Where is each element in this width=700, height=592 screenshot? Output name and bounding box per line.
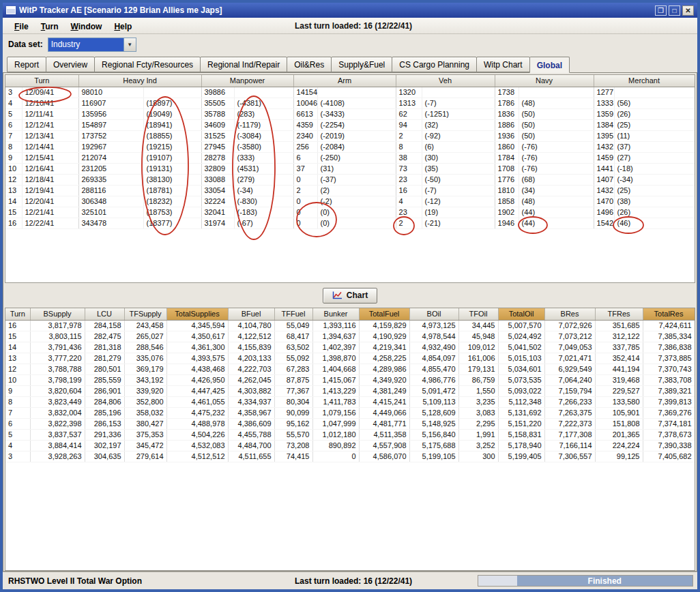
column-header-heavy-ind[interactable]: Heavy Ind: [78, 75, 201, 87]
chart-button[interactable]: Chart: [323, 288, 377, 304]
table-row[interactable]: 412/10/41116907(18897)35505(-4381)10046(…: [5, 98, 695, 108]
column-header-navy[interactable]: Navy: [495, 75, 594, 87]
tab-witp-chart[interactable]: Witp Chart: [476, 57, 530, 72]
table-row[interactable]: 1012/16/41231205(19131)32809(4531)37(31)…: [5, 163, 695, 174]
table-row[interactable]: 1212/18/41269335(38130)33088(279)0(-37)2…: [5, 174, 695, 185]
menu-window[interactable]: Window: [64, 22, 108, 31]
table-cell: (-76): [519, 141, 594, 152]
table-cell: 33088: [201, 174, 234, 185]
table-row[interactable]: 153,803,115282,475265,0274,350,6174,122,…: [5, 331, 695, 342]
column-header-tffuel[interactable]: TFFuel: [274, 308, 312, 320]
table-cell: 4,973,125: [409, 320, 458, 331]
top-table-body: 312/09/41980103988614154132017381277412/…: [5, 87, 695, 228]
table-row[interactable]: 133,777,220281,279335,0764,393,5754,203,…: [5, 353, 695, 364]
table-cell: 1,047,999: [312, 418, 359, 429]
tab-regional-ind-repair[interactable]: Regional Ind/Repair: [200, 57, 287, 72]
tab-oil-res[interactable]: Oil&Res: [287, 57, 332, 72]
table-row[interactable]: 53,837,537291,336375,3534,504,2264,455,7…: [5, 429, 695, 440]
table-cell: 8: [5, 396, 30, 407]
column-header-lcu[interactable]: LCU: [85, 308, 124, 320]
table-cell: [234, 87, 293, 98]
table-cell: [519, 87, 594, 98]
tab-supply-fuel[interactable]: Supply&Fuel: [331, 57, 392, 72]
column-header-bsupply[interactable]: BSupply: [30, 308, 85, 320]
column-header-totalfuel[interactable]: TotalFuel: [359, 308, 409, 320]
table-row[interactable]: 612/12/41154897(18941)34609(-1179)4359(-…: [5, 119, 695, 130]
table-row[interactable]: 1612/22/41343478(18377)31974(-67)0(0)2(-…: [5, 218, 695, 228]
table-row[interactable]: 143,791,436281,318288,5464,361,3004,155,…: [5, 342, 695, 353]
table-cell: 105,901: [595, 407, 643, 418]
column-header-totalsupplies[interactable]: TotalSupplies: [166, 308, 228, 320]
table-row[interactable]: 912/15/41212074(19107)28278(333)6(-250)3…: [5, 152, 695, 163]
table-cell: 7,266,233: [544, 396, 595, 407]
column-header-totaloil[interactable]: TotalOil: [498, 308, 544, 320]
table-row[interactable]: 1512/21/41325101(18753)32041(-183)0(0)23…: [5, 207, 695, 218]
table-row[interactable]: 163,817,978284,158243,4584,345,5944,104,…: [5, 320, 695, 331]
tab-regional-fcty-resources[interactable]: Regional Fcty/Resources: [94, 57, 201, 72]
table-cell: 5,199,105: [409, 451, 458, 462]
table-row[interactable]: 73,832,004285,196358,0324,475,2324,358,9…: [5, 407, 695, 418]
table-cell: 7,399,813: [643, 396, 695, 407]
table-cell: (279): [234, 174, 293, 185]
table-row[interactable]: 43,884,414302,197345,4724,532,0834,484,7…: [5, 440, 695, 451]
close-icon[interactable]: ✕: [682, 5, 694, 16]
table-cell: [422, 87, 495, 98]
table-cell: 1946: [495, 218, 519, 228]
tab-global[interactable]: Global: [529, 57, 570, 73]
table-cell: 212074: [78, 152, 143, 163]
tab-report[interactable]: Report: [7, 57, 46, 72]
table-cell: (-2019): [317, 130, 396, 141]
table-cell: (25): [614, 119, 695, 130]
table-row[interactable]: 712/13/41173752(18855)31525(-3084)2340(-…: [5, 130, 695, 141]
detach-window-icon[interactable]: ❐: [655, 5, 667, 16]
column-header-turn[interactable]: Turn: [5, 75, 78, 87]
maximize-icon[interactable]: □: [669, 5, 680, 16]
dataset-combobox[interactable]: Industry ▼: [48, 38, 136, 52]
column-header-arm[interactable]: Arm: [293, 75, 396, 87]
table-row[interactable]: 1412/20/41306348(18232)32224(-830)0(-2)4…: [5, 196, 695, 207]
column-header-bunker[interactable]: Bunker: [312, 308, 359, 320]
column-header-totalres[interactable]: TotalRes: [643, 308, 695, 320]
column-header-tfres[interactable]: TFRes: [595, 308, 643, 320]
table-row[interactable]: 1312/19/41288116(18781)33054(-34)2(2)16(…: [5, 185, 695, 196]
table-row[interactable]: 63,822,398286,153380,4274,488,9784,386,6…: [5, 418, 695, 429]
table-cell: 9: [5, 152, 22, 163]
table-cell: 243,458: [124, 320, 166, 331]
tab-overview[interactable]: Overview: [46, 57, 95, 72]
column-header-tfoil[interactable]: TFOil: [458, 308, 498, 320]
table-cell: 280,501: [85, 364, 124, 374]
chevron-down-icon[interactable]: ▼: [123, 38, 136, 51]
table-cell: 1738: [495, 87, 519, 98]
table-cell: 5,156,840: [409, 429, 458, 440]
table-cell: 2: [396, 218, 422, 228]
column-header-manpower[interactable]: Manpower: [201, 75, 293, 87]
column-header-veh[interactable]: Veh: [396, 75, 495, 87]
table-cell: 1441: [594, 163, 614, 174]
table-row[interactable]: 123,788,788280,501369,1794,438,4684,222,…: [5, 364, 695, 374]
table-cell: 12/22/41: [22, 218, 78, 228]
table-cell: 339,920: [124, 385, 166, 396]
menu-turn[interactable]: Turn: [35, 22, 65, 31]
table-cell: 4,512,512: [166, 451, 228, 462]
table-row[interactable]: 103,798,199285,559343,1924,426,9504,262,…: [5, 374, 695, 385]
table-cell: 67,283: [274, 364, 312, 374]
table-cell: 1858: [495, 196, 519, 207]
table-row[interactable]: 33,928,263304,635279,6144,512,5124,511,6…: [5, 451, 695, 462]
column-header-bfuel[interactable]: BFuel: [228, 308, 274, 320]
column-header-tfsupply[interactable]: TFSupply: [124, 308, 166, 320]
table-row[interactable]: 93,820,604286,901339,9204,447,4254,303,8…: [5, 385, 695, 396]
menu-help[interactable]: Help: [108, 22, 138, 31]
column-header-boil[interactable]: BOil: [409, 308, 458, 320]
column-header-turn[interactable]: Turn: [5, 308, 30, 320]
table-row[interactable]: 512/11/41135956(19049)35788(283)6613(-34…: [5, 108, 695, 119]
table-row[interactable]: 812/14/41192967(19215)27945(-3580)256(-2…: [5, 141, 695, 152]
menu-file[interactable]: File: [8, 22, 35, 31]
table-cell: 5,112,348: [498, 396, 544, 407]
column-header-bres[interactable]: BRes: [544, 308, 595, 320]
tab-cs-cargo-planning[interactable]: CS Cargo Planning: [392, 57, 477, 72]
table-cell: (48): [519, 98, 594, 108]
column-header-merchant[interactable]: Merchant: [594, 75, 695, 87]
table-row[interactable]: 83,823,449284,806352,8004,461,0554,334,9…: [5, 396, 695, 407]
table-row[interactable]: 312/09/41980103988614154132017381277: [5, 87, 695, 98]
table-cell: 5,041,502: [498, 342, 544, 353]
